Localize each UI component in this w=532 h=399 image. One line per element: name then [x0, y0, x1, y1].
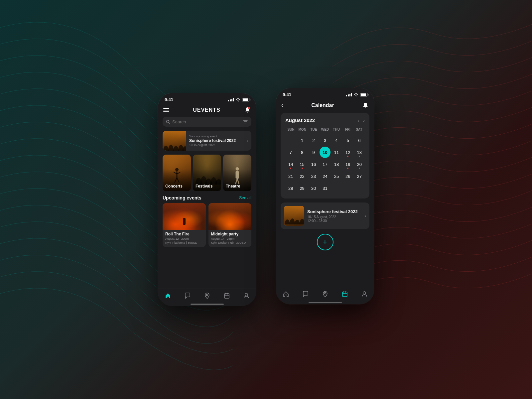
calendar-event-item[interactable]: Sonisphere festival 2022 10-15 August, 2… — [281, 202, 369, 229]
nav-home-right[interactable] — [279, 290, 293, 298]
signal-bar-1 — [228, 100, 229, 101]
see-all-button[interactable]: See all — [239, 196, 251, 200]
cal-day-19[interactable]: 19 — [342, 159, 353, 170]
svg-rect-39 — [342, 292, 347, 297]
cal-day-23[interactable]: 23 — [308, 171, 319, 182]
cal-day-10[interactable]: 10 — [320, 147, 330, 158]
cal-day-28[interactable]: 28 — [285, 183, 296, 194]
svg-point-2 — [167, 120, 169, 123]
nav-calendar[interactable] — [220, 292, 233, 300]
cal-prev-button[interactable]: ‹ — [358, 118, 359, 123]
filter-icon[interactable] — [243, 119, 248, 124]
upcoming-title: Upcoming events — [163, 195, 201, 200]
location-icon — [204, 292, 210, 299]
signal-bar-r1 — [346, 95, 347, 96]
event-card-2[interactable]: Midnight party August 14 · 23pm Kyiv, Do… — [208, 203, 252, 247]
cal-day-22[interactable]: 22 — [297, 171, 307, 182]
wifi-icon-right — [354, 93, 358, 96]
cal-day-7[interactable]: 7 — [285, 147, 296, 158]
nav-location-right[interactable] — [319, 290, 332, 298]
signal-bar-r3 — [349, 94, 350, 96]
calendar-icon — [223, 292, 230, 299]
nav-profile[interactable] — [240, 292, 253, 300]
event-location-2: Kyiv, Docker Pub | 30USD — [211, 241, 249, 244]
svg-point-32 — [245, 293, 248, 296]
signal-bars-right — [346, 93, 352, 96]
bottom-nav-left — [158, 289, 256, 302]
cal-day-8[interactable]: 8 — [297, 147, 307, 158]
nav-chat-right[interactable] — [299, 290, 312, 298]
app-header: UEVENTS — [158, 104, 256, 117]
svg-point-27 — [206, 294, 208, 296]
cal-day-1[interactable]: 1 — [297, 135, 307, 146]
calendar-nav-icon — [341, 291, 348, 297]
banner-date: 10-15 August, 2022 — [189, 143, 243, 147]
svg-point-12 — [175, 168, 179, 171]
cal-day-3[interactable]: 3 — [320, 135, 330, 146]
weekday-mon: MON — [297, 127, 308, 132]
crowd-silhouette — [163, 137, 186, 151]
calendar-bell-icon[interactable] — [362, 102, 369, 109]
profile-icon-right — [361, 291, 368, 297]
cal-day-12[interactable]: 12 — [342, 147, 353, 158]
calendar-event-title: Sonisphere festival 2022 — [307, 209, 361, 214]
cal-day-21[interactable]: 21 — [285, 171, 296, 182]
cal-day-17[interactable]: 17 — [320, 159, 330, 170]
cal-day-24[interactable]: 24 — [320, 171, 330, 182]
weekday-tue: TUE — [308, 127, 319, 132]
cal-day-25[interactable]: 25 — [331, 171, 342, 182]
cal-day-9[interactable]: 9 — [308, 147, 319, 158]
nav-location[interactable] — [200, 292, 214, 300]
home-icon — [165, 292, 171, 299]
calendar-event-info: Sonisphere festival 2022 10-15 August, 2… — [307, 209, 361, 223]
nav-profile-right[interactable] — [358, 290, 371, 298]
cal-day-11[interactable]: 11 — [331, 147, 342, 158]
event-image-2 — [208, 203, 252, 230]
svg-rect-24 — [235, 171, 239, 179]
add-event-fab[interactable]: + — [317, 234, 333, 250]
app-title: UEVENTS — [193, 107, 220, 113]
upcoming-event-banner[interactable]: Your upcoming event Sonisphere festival … — [163, 131, 251, 151]
search-bar[interactable] — [163, 117, 251, 127]
cal-day-26[interactable]: 26 — [342, 171, 353, 182]
event-card-1[interactable]: Roll The Fire August 12 · 20pm Kyiv, Pla… — [163, 203, 206, 247]
cal-day-14[interactable]: 14 — [285, 159, 296, 170]
calendar-event-date: 10-15 August, 2022 — [307, 215, 361, 219]
nav-home[interactable] — [161, 292, 175, 300]
svg-point-34 — [285, 219, 290, 224]
category-festivals[interactable]: Festivals — [193, 155, 221, 191]
nav-calendar-right[interactable] — [338, 290, 351, 298]
cal-day-18[interactable]: 18 — [331, 159, 342, 170]
event-image-1 — [163, 203, 206, 230]
svg-line-17 — [177, 178, 179, 183]
left-phone-content: UEVENTS — [158, 104, 256, 305]
cal-day-13[interactable]: 13 — [354, 147, 365, 158]
hamburger-menu[interactable] — [163, 108, 169, 112]
cal-day-4[interactable]: 4 — [331, 135, 342, 146]
cal-day-15[interactable]: 15 — [297, 159, 307, 170]
notification-bell-icon[interactable] — [244, 107, 251, 113]
calendar-widget: August 2022 ‹ › SUN MON TUE WED THU FRI … — [281, 113, 369, 199]
cal-day-6[interactable]: 6 — [354, 135, 365, 146]
cal-day-20[interactable]: 20 — [354, 159, 365, 170]
cal-day-5[interactable]: 5 — [342, 135, 353, 146]
calendar-event-thumb — [284, 206, 304, 226]
bottom-nav-right — [276, 287, 374, 300]
cal-day-2[interactable]: 2 — [308, 135, 319, 146]
svg-line-26 — [237, 179, 239, 184]
cal-day-30[interactable]: 30 — [308, 183, 319, 194]
cal-day-29[interactable]: 29 — [297, 183, 307, 194]
nav-chat[interactable] — [181, 292, 194, 300]
search-input[interactable] — [172, 119, 241, 124]
calendar-back-button[interactable]: ‹ — [281, 102, 283, 109]
cal-day-31[interactable]: 31 — [320, 183, 330, 194]
svg-point-33 — [356, 96, 356, 96]
cal-day-16[interactable]: 16 — [308, 159, 319, 170]
right-phone-content: ‹ Calendar August 2022 ‹ › SUN — [276, 99, 374, 303]
banner-event-image — [163, 131, 186, 151]
category-theatre[interactable]: Theatre — [223, 155, 251, 191]
category-concerts[interactable]: Concerts — [163, 155, 191, 191]
cal-next-button[interactable]: › — [363, 118, 365, 123]
cal-day-27[interactable]: 27 — [354, 171, 365, 182]
events-grid: Roll The Fire August 12 · 20pm Kyiv, Pla… — [158, 203, 256, 247]
